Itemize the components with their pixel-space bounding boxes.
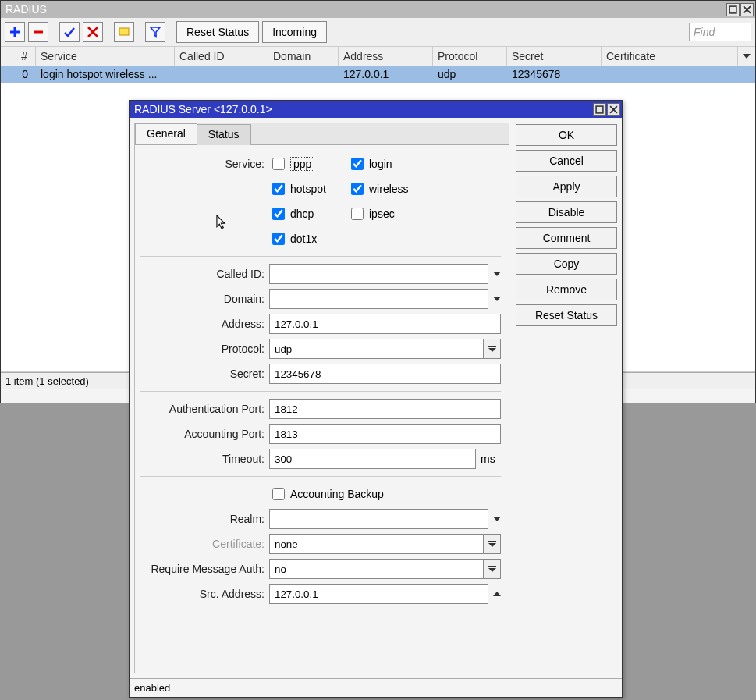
called-id-field[interactable] [269, 264, 488, 284]
table-header: # Service Called ID Domain Address Proto… [1, 47, 755, 66]
checkbox-ipsec[interactable]: ipsec [348, 205, 422, 222]
protocol-label: Protocol: [140, 343, 269, 355]
realm-label: Realm: [140, 513, 269, 525]
dialog-title: RADIUS Server <127.0.0.1> [131, 103, 592, 115]
remove-row-button[interactable] [28, 22, 48, 42]
service-label: Service: [140, 158, 269, 170]
disable-button[interactable] [83, 22, 103, 42]
cell-called-id [175, 66, 268, 83]
add-button[interactable] [5, 22, 25, 42]
checkbox-dhcp[interactable]: dhcp [269, 205, 343, 222]
ok-button[interactable]: OK [516, 124, 617, 146]
certificate-field[interactable] [269, 534, 501, 554]
reset-status-dlg-button[interactable]: Reset Status [516, 304, 617, 326]
auth-port-field[interactable] [269, 399, 501, 419]
remove-button[interactable]: Remove [516, 279, 617, 300]
certificate-dropdown-icon[interactable] [484, 534, 501, 554]
enable-button[interactable] [59, 22, 80, 42]
dialog-minimize-icon[interactable] [593, 103, 606, 116]
address-label: Address: [140, 318, 269, 330]
checkbox-ppp[interactable]: ppp [269, 155, 343, 172]
incoming-button[interactable]: Incoming [262, 21, 327, 43]
acct-port-field[interactable] [269, 424, 501, 444]
secret-label: Secret: [140, 368, 269, 380]
dialog-close-icon[interactable] [607, 103, 620, 116]
minimize-icon[interactable] [726, 3, 740, 16]
checkbox-login[interactable]: login [348, 155, 422, 172]
domain-field[interactable] [269, 289, 488, 309]
dialog-left-panel: General Status Service: ppp login hotspo… [134, 123, 509, 673]
cell-num: 0 [1, 66, 36, 83]
radius-server-dialog: RADIUS Server <127.0.0.1> General Status… [129, 100, 623, 698]
cell-address: 127.0.0.1 [339, 66, 433, 83]
src-address-collapse-icon[interactable] [493, 592, 501, 596]
checkbox-wireless[interactable]: wireless [348, 180, 422, 197]
timeout-unit: ms [481, 453, 501, 465]
cell-secret: 12345678 [507, 66, 602, 83]
radius-toolbar: Reset Status Incoming Find [1, 18, 755, 47]
dialog-form: Service: ppp login hotspot wireless [135, 145, 509, 673]
disable-dlg-button[interactable]: Disable [516, 201, 617, 223]
col-num[interactable]: # [1, 47, 36, 66]
svg-rect-0 [729, 6, 736, 13]
cell-service: login hotspot wireless ... [36, 66, 175, 83]
cell-certificate [602, 66, 738, 83]
svg-rect-1 [119, 28, 129, 35]
timeout-label: Timeout: [140, 453, 269, 465]
called-id-label: Called ID: [140, 268, 269, 280]
tab-general[interactable]: General [135, 123, 197, 144]
svg-rect-2 [596, 106, 603, 113]
require-msg-auth-dropdown-icon[interactable] [484, 559, 501, 579]
copy-button[interactable]: Copy [516, 253, 617, 275]
src-address-field[interactable] [269, 584, 488, 604]
column-menu-icon[interactable] [738, 47, 755, 66]
address-field[interactable] [269, 314, 501, 334]
timeout-field[interactable] [269, 449, 476, 469]
close-icon[interactable] [740, 3, 754, 16]
comment-button-icon[interactable] [114, 22, 134, 42]
col-service[interactable]: Service [36, 47, 175, 66]
table-row[interactable]: 0 login hotspot wireless ... 127.0.0.1 u… [1, 66, 755, 83]
protocol-dropdown-icon[interactable] [484, 339, 501, 359]
auth-port-label: Authentication Port: [140, 403, 269, 415]
checkbox-hotspot[interactable]: hotspot [269, 180, 343, 197]
called-id-expand-icon[interactable] [493, 272, 501, 276]
comment-dlg-button[interactable]: Comment [516, 227, 617, 249]
col-called-id[interactable]: Called ID [175, 47, 268, 66]
dialog-statusbar: enabled [130, 678, 622, 697]
reset-status-button[interactable]: Reset Status [176, 21, 259, 43]
find-input[interactable]: Find [689, 23, 751, 41]
col-domain[interactable]: Domain [268, 47, 339, 66]
domain-expand-icon[interactable] [493, 297, 501, 301]
secret-field[interactable] [269, 364, 501, 384]
dialog-tabs: General Status [135, 123, 509, 145]
src-address-label: Src. Address: [140, 588, 269, 600]
radius-title: RADIUS [2, 3, 726, 16]
dialog-right-buttons: OK Cancel Apply Disable Comment Copy Rem… [516, 123, 617, 673]
filter-icon[interactable] [145, 22, 165, 42]
protocol-field[interactable] [269, 339, 501, 359]
certificate-label: Certificate: [140, 538, 269, 550]
checkbox-dot1x[interactable]: dot1x [269, 230, 343, 247]
tab-status[interactable]: Status [197, 124, 251, 145]
domain-label: Domain: [140, 293, 269, 305]
col-secret[interactable]: Secret [507, 47, 602, 66]
col-certificate[interactable]: Certificate [602, 47, 738, 66]
cell-domain [268, 66, 339, 83]
cancel-button[interactable]: Cancel [516, 150, 617, 172]
realm-field[interactable] [269, 509, 488, 529]
realm-expand-icon[interactable] [493, 517, 501, 521]
checkbox-accounting-backup[interactable]: Accounting Backup [269, 485, 384, 503]
require-msg-auth-field[interactable] [269, 559, 501, 579]
acct-port-label: Accounting Port: [140, 428, 269, 440]
apply-button[interactable]: Apply [516, 176, 617, 197]
dialog-titlebar[interactable]: RADIUS Server <127.0.0.1> [130, 101, 622, 118]
col-protocol[interactable]: Protocol [433, 47, 507, 66]
radius-titlebar[interactable]: RADIUS [1, 1, 755, 18]
cell-protocol: udp [433, 66, 507, 83]
require-msg-auth-label: Require Message Auth: [140, 563, 269, 575]
col-address[interactable]: Address [339, 47, 433, 66]
